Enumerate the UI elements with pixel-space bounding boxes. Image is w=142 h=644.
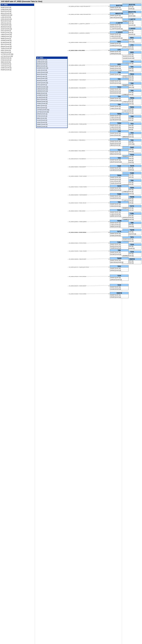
relation-label: VF_KRED-MGRUP = T047R-MGRUP	[69, 194, 87, 196]
diagram-table-field: BUKRS [CHAR (4)]	[110, 246, 128, 248]
main-table-diagram-field: ZAHLS [CHAR (1)]	[36, 84, 67, 86]
diagram-table-field: MANDT [CLNT (3)]	[110, 159, 128, 161]
diagram-table-header: J_1AGICD	[110, 31, 128, 34]
diagram-table-field: LAND1 [CHAR (3)]	[110, 36, 128, 38]
diagram-table-box: SKB1MANDT [CLNT (3)]BUKRS [CHAR (4)]SAKN…	[110, 63, 129, 72]
diagram-table-field: MANDT [CLNT (3)]	[110, 88, 128, 90]
diagram-table-header: T056	[110, 201, 128, 203]
diagram-table-box: T048KMANDT [CLNT (3)]XAUSZ [CHAR (1)]	[110, 193, 129, 199]
main-table-diagram-field: HBKID [CHAR (5)]	[36, 117, 67, 120]
diagram-table-field: BUSAB [CHAR (2)]	[110, 92, 128, 94]
diagram-table-header: T048K	[110, 193, 128, 195]
diagram-table-box: T056MANDT [CLNT (3)]VZSKZ [CHAR (2)]	[110, 201, 129, 207]
diagram-table-header: T008	[110, 130, 128, 132]
related-table-field: SAKNR [CHAR (10)]	[123, 58, 141, 59]
page-title: SAP ABAP table VF_KRED {Generated Table …	[0, 0, 142, 3]
related-table-field: LAND1 [CHAR (3)]	[123, 110, 141, 112]
diagram-table-header: T005S	[110, 122, 128, 124]
diagram-table-box: T001MANDT [CLNT (3)]BUKRS [CHAR (4)]	[110, 78, 129, 84]
field-item: KTOKK [CHAR (4)]	[1, 59, 34, 61]
main-table-title: VF_KRED	[1, 4, 34, 6]
diagram-table-field: MANDT [CLNT (3)]	[110, 176, 128, 178]
field-item: FRGRP [CHAR (4)]	[1, 69, 34, 71]
main-table-diagram-field: LKFTIND [CHAR (30)]	[36, 111, 67, 113]
main-table-diagram-field: REGIO [CHAR (3)]	[36, 74, 67, 76]
diagram-table-box: T012MANDT [CLNT (3)]BUKRS [CHAR (4)]HBKI…	[110, 138, 129, 146]
relation-label: VF_KRED_1KFTIND = INDUTYPE-INDTYPE	[69, 14, 91, 15]
diagram-table-field: MANDT [CLNT (3)]	[110, 277, 128, 279]
relation-label: VF_KRED-QLAND = T005Q-QLAND	[69, 124, 87, 125]
diagram-table-header: TZGR	[110, 275, 128, 277]
field-item: VZSKZ [CHAR (2)]	[1, 65, 34, 67]
relation-label: VF_KRED-QSREC = T059A-QSREC	[69, 221, 87, 222]
left-panel: VF_KRED MANDT [CLNT (3)]LIFNR [CHAR (10)…	[0, 3, 35, 644]
diagram-table-header: T035	[110, 157, 128, 159]
diagram-table-field: LAND1 [CHAR (3)]	[110, 224, 128, 226]
relation-label: VF_KRED-SFRGR = TSFG-SFRGR	[69, 276, 86, 277]
diagram-table-field: MANDT [CLNT (3)]	[110, 24, 128, 26]
main-table-diagram-field: LIFNR [CHAR (10)]	[36, 61, 67, 63]
diagram-table-field: GRUPP [CHAR (10)]	[110, 161, 128, 163]
field-item: LNRZB [CHAR (10)]	[1, 36, 34, 38]
relation-label: VF_KRED-LAND1 = T005-LAND1	[69, 114, 85, 115]
relation-label: VF_KRED-UZAWE = T042F-UZAWE	[69, 176, 87, 177]
diagram-table-header: T005	[110, 104, 128, 106]
main-table-diagram-field: ZBUND [CHAR (6)]	[36, 80, 67, 82]
field-item: HBKID [CHAR (5)]	[1, 61, 34, 63]
relation-label: VF_KRED-HBKID = T012-HBKID	[69, 150, 85, 152]
related-table-field: BUKRS [CHAR (4)]	[123, 55, 141, 58]
diagram-table-field: MANDT [CLNT (3)]	[110, 80, 128, 82]
relation-label: VF_KRED-KTOCK = T077K-KTOKK	[69, 232, 86, 233]
relation-label: VF_KRED-TOGRR = T169L-TOGRR	[69, 250, 87, 252]
main-table-diagram-field: GRIDT [CHAR (2)]	[36, 105, 67, 107]
diagram-table-field: BUKRS [CHAR (4)]	[110, 90, 128, 92]
diagram-table-header: LFA1	[110, 49, 128, 51]
field-item: GRICD [CHAR (2)]	[1, 51, 34, 53]
relation-label: VF_KRED-ZUAWA = TZUN-ZUAWA	[69, 293, 86, 294]
diagram-table-box: TQ02BMANDT [CLNT (3)]QSSYSFAM [CHAR (4)]	[110, 257, 129, 263]
diagram-table-box: T005SMANDT [CLNT (3)]LAND1 [CHAR (3)]BLA…	[110, 122, 129, 130]
diagram-table-field: ZAHLS [CHAR (3)]	[110, 134, 128, 136]
main-table-diagram-field: GRICD [CHAR (2)]	[36, 107, 67, 109]
diagram-table-header: T005Q	[110, 113, 128, 115]
relation-label: VF_KRED-LIFNR = LFA1-LIFNR	[69, 50, 85, 51]
relation-label: VF_KRED-FDGRV = T035-GRUPP	[69, 166, 86, 168]
field-item: ZBUND [CHAR (6)]	[1, 26, 34, 28]
diagram-table-box: T005QMANDT [CLNT (3)]LAND1 [CHAR (3)]QLA…	[110, 113, 129, 121]
diagram-table-field: LAND1 [CHAR (3)]	[110, 126, 128, 128]
diagram-table-field: BRSCH [CHAR (4)]	[110, 153, 128, 155]
relation-label: VF_KRED-XAUSZ = T048K-XAUSZ	[69, 202, 86, 204]
diagram-table-field: MANDT [CLNT (3)]	[110, 34, 128, 36]
diagram-table-box: T016MANDT [CLNT (3)]BRSCH [CHAR (4)]	[110, 149, 129, 155]
diagram-table-field: MANDT [CLNT (3)]	[110, 222, 128, 224]
diagram-table-box: INDUSTYPEMANDT [CLNT (3)]INDTYPE [CHAR (…	[110, 12, 129, 18]
main-table-diagram-field: QSSYS [CHAR (4)]	[36, 98, 67, 100]
diagram-table-box: TSFGMANDT [CLNT (3)]SFRGR [CHAR (4)]	[110, 265, 129, 272]
relation-label: VF_KRED-AKONT = SKB1-SAKNR	[69, 73, 86, 74]
main-table-diagram-field: XAUSZ [CHAR (1)]	[36, 119, 67, 122]
main-table-diagram-field: BRSCH [CHAR (4)]	[36, 65, 67, 67]
diagram-table-field: J_1AGICD [CHAR (2)]	[110, 37, 128, 39]
diagram-table-field: VZSKZ [CHAR (2)]	[110, 205, 128, 207]
diagram-table-field: MANDT [CLNT (3)]	[110, 167, 128, 169]
diagram-table-field: MANDT [CLNT (3)]	[110, 132, 128, 134]
field-item: MINDK [CHAR (2)]	[1, 38, 34, 40]
main-table-diagram-field: MGRUP [CHAR (2)]	[36, 100, 67, 103]
diagram-table-box: T059AMANDT [CLNT (3)]LAND1 [CHAR (3)]QSR…	[110, 209, 129, 217]
main-table-diagram-field: ZARZA [CHAR (10)]	[36, 72, 67, 74]
diagram-table-box: BUSTYPEMANDT [CLNT (3)]GESTYP [CHAR (3)]	[110, 4, 129, 10]
diagram-table-field: MANDT [CLNT (3)]	[110, 51, 128, 53]
diagram-table-field: RCOMP [CHAR (6)]	[110, 254, 128, 255]
diagram-table-field: INDTYPE [CHAR (30)]	[110, 17, 128, 18]
main-table-diagram-field: FRGRP [CHAR (4)]	[36, 126, 67, 128]
field-item: LAND1 [CHAR (3)]	[1, 16, 34, 18]
diagram-table-field: J_1ADTYP [CHAR (2)]	[110, 28, 128, 30]
main-table-diagram-field: AKONT [CHAR (10)]	[36, 82, 67, 84]
main-table-diagram-field: KUNNR [CHAR (10)]	[36, 67, 67, 69]
diagram-table-box: TZUNMANDT [CLNT (3)]ZUAWA [CHAR (3)]	[110, 284, 129, 290]
diagram-table-box: J_1AGICDMANDT [CLNT (3)]LAND1 [CHAR (3)]…	[110, 31, 129, 39]
diagram-table-header: T016	[110, 149, 128, 151]
diagram-table-field: TOGRU [CHAR (4)]	[110, 182, 128, 184]
main-table-diagram-field: SFRGR [CHAR (4)]	[36, 113, 67, 115]
main-table-diagram-field: OSREC [CHAR (2)]	[36, 124, 67, 126]
